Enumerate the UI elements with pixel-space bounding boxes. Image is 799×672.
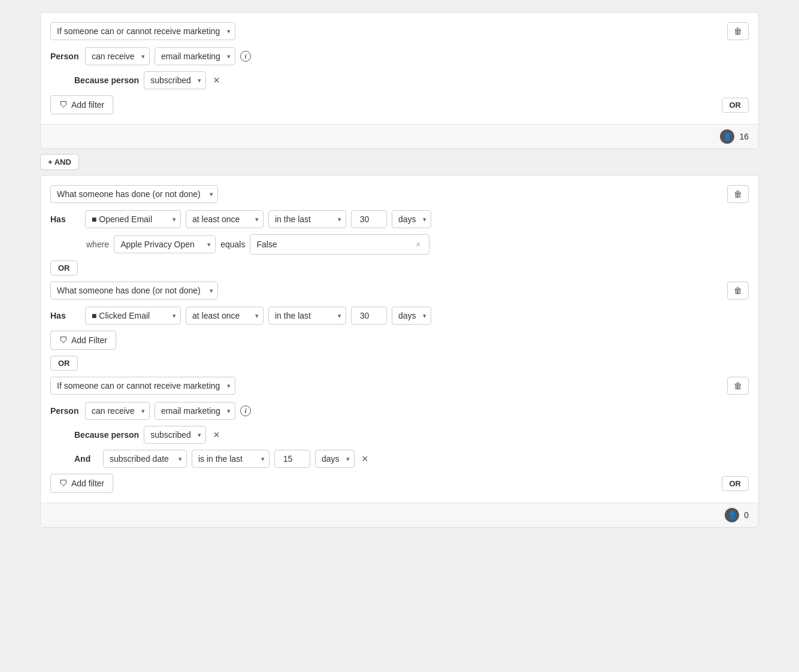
block4-and-label: And bbox=[74, 454, 98, 464]
block4-add-filter-button[interactable]: ⛉ Add filter bbox=[50, 474, 113, 493]
block1-email-marketing-select[interactable]: email marketing bbox=[155, 47, 235, 65]
block2-action-select[interactable]: ■ Opened Email bbox=[85, 210, 181, 228]
block3-frequency-select[interactable]: at least once bbox=[186, 307, 264, 325]
block2-delete-button[interactable]: 🗑 bbox=[727, 185, 749, 203]
or-button-1[interactable]: OR bbox=[50, 261, 78, 276]
block3-add-filter-label: Add Filter bbox=[71, 335, 107, 345]
filter-icon-1: ⛉ bbox=[59, 100, 68, 110]
block3-add-filter-row: ⛉ Add Filter bbox=[50, 331, 749, 350]
block1-can-receive-select[interactable]: can receive bbox=[85, 47, 150, 65]
block2-action-wrapper[interactable]: ■ Opened Email bbox=[85, 210, 181, 228]
block4-remove-and-button[interactable]: × bbox=[359, 452, 371, 465]
block4-remove-because-button[interactable]: × bbox=[211, 428, 222, 441]
block1-add-filter-button[interactable]: ⛉ Add filter bbox=[50, 95, 113, 114]
and-connector: + AND bbox=[40, 154, 759, 170]
block2-time-wrapper[interactable]: in the last bbox=[268, 210, 346, 228]
block4-email-marketing-wrapper[interactable]: email marketing bbox=[155, 402, 235, 420]
block2-false-value: False bbox=[256, 240, 277, 249]
block1-because-row: Because person subscribed × bbox=[74, 71, 749, 89]
block2-has-label: Has bbox=[50, 214, 80, 224]
block4-can-receive-select[interactable]: can receive bbox=[85, 402, 150, 420]
block4-can-receive-wrapper[interactable]: can receive bbox=[85, 402, 150, 420]
block4-is-in-last-select[interactable]: is in the last bbox=[192, 450, 270, 468]
block1-subscribed-wrapper[interactable]: subscribed bbox=[144, 71, 206, 89]
block4-info-icon[interactable]: i bbox=[240, 405, 251, 416]
block3-condition-select[interactable]: What someone has done (or not done) bbox=[50, 281, 218, 299]
block2-frequency-wrapper[interactable]: at least once bbox=[186, 210, 264, 228]
block1-can-receive-wrapper[interactable]: can receive bbox=[85, 47, 150, 65]
block2-days-wrapper[interactable]: days bbox=[392, 210, 431, 228]
block2-equals-label: equals bbox=[220, 240, 245, 249]
block3-add-filter-button[interactable]: ⛉ Add Filter bbox=[50, 331, 116, 350]
block1-because-label: Because person bbox=[74, 75, 139, 85]
block3-time-select[interactable]: in the last bbox=[268, 307, 346, 325]
block3-condition-select-wrapper[interactable]: What someone has done (or not done) bbox=[50, 281, 218, 299]
block4-subscribed-date-select[interactable]: subscribed date bbox=[103, 450, 187, 468]
and-button[interactable]: + AND bbox=[40, 154, 79, 170]
block1-add-filter-label: Add filter bbox=[71, 100, 104, 110]
filter-icon-3: ⛉ bbox=[59, 335, 68, 345]
block4-person-label: Person bbox=[50, 406, 80, 416]
block3-delete-button[interactable]: 🗑 bbox=[727, 281, 749, 299]
block3-time-wrapper[interactable]: in the last bbox=[268, 307, 346, 325]
block3-days-wrapper[interactable]: days bbox=[392, 307, 431, 325]
block4-days-input[interactable] bbox=[274, 450, 310, 468]
block2-condition-select-wrapper[interactable]: What someone has done (or not done) bbox=[50, 185, 218, 203]
block2-days-select[interactable]: days bbox=[392, 210, 431, 228]
block2-time-select[interactable]: in the last bbox=[268, 210, 346, 228]
block4-days-select[interactable]: days bbox=[315, 450, 355, 468]
block2-days-input[interactable] bbox=[351, 210, 387, 228]
block1-person-row: Person can receive email marketing i bbox=[50, 47, 749, 65]
block3-frequency-wrapper[interactable]: at least once bbox=[186, 307, 264, 325]
block4-because-row: Because person subscribed × bbox=[74, 426, 749, 444]
block1-delete-button[interactable]: 🗑 bbox=[727, 22, 749, 40]
block1-or-button[interactable]: OR bbox=[722, 98, 749, 113]
block1-count: 16 bbox=[739, 132, 749, 141]
block3-days-input[interactable] bbox=[351, 307, 387, 325]
block2-where-row: where Apple Privacy Open equals False × bbox=[86, 234, 749, 255]
block2-header: What someone has done (or not done) 🗑 bbox=[50, 185, 749, 203]
or-separator-2: OR bbox=[50, 356, 749, 371]
block2-clear-false-button[interactable]: × bbox=[413, 238, 423, 250]
page-wrapper: If someone can or cannot receive marketi… bbox=[40, 12, 759, 528]
block2-property-wrapper[interactable]: Apple Privacy Open bbox=[114, 235, 216, 253]
block3-action-wrapper[interactable]: ■ Clicked Email bbox=[85, 307, 181, 325]
block4-count: 0 bbox=[744, 510, 749, 520]
block1-subscribed-select[interactable]: subscribed bbox=[144, 71, 206, 89]
block4-condition-select-wrapper[interactable]: If someone can or cannot receive marketi… bbox=[50, 377, 235, 395]
block1-info-icon[interactable]: i bbox=[240, 51, 251, 62]
block1-header: If someone can or cannot receive marketi… bbox=[50, 22, 749, 40]
block4-header: If someone can or cannot receive marketi… bbox=[50, 377, 749, 395]
block3-days-select[interactable]: days bbox=[392, 307, 431, 325]
block4-subscribed-select[interactable]: subscribed bbox=[144, 426, 206, 444]
block4-days-wrapper[interactable]: days bbox=[315, 450, 355, 468]
block4-subscribed-wrapper[interactable]: subscribed bbox=[144, 426, 206, 444]
or-button-2[interactable]: OR bbox=[50, 356, 78, 371]
block2-section: What someone has done (or not done) 🗑 Ha… bbox=[50, 185, 749, 255]
block4-condition-select[interactable]: If someone can or cannot receive marketi… bbox=[50, 377, 235, 395]
block4-is-in-last-wrapper[interactable]: is in the last bbox=[192, 450, 270, 468]
block1-person-label: Person bbox=[50, 52, 80, 61]
block4-email-marketing-select[interactable]: email marketing bbox=[155, 402, 235, 420]
block4-add-filter-label: Add filter bbox=[71, 479, 104, 488]
block3-action-select[interactable]: ■ Clicked Email bbox=[85, 307, 181, 325]
block4-subscribed-date-wrapper[interactable]: subscribed date bbox=[103, 450, 187, 468]
or-separator-1: OR bbox=[50, 261, 749, 276]
block1-bottom-bar: 👤 16 bbox=[41, 124, 758, 149]
block1-condition-select[interactable]: If someone can or cannot receive marketi… bbox=[50, 22, 235, 40]
block4-person-row: Person can receive email marketing i bbox=[50, 402, 749, 420]
block4-person-icon: 👤 bbox=[725, 508, 739, 522]
block4-or-button[interactable]: OR bbox=[722, 476, 749, 491]
block3-has-row: Has ■ Clicked Email at least once in t bbox=[50, 307, 749, 325]
block2-has-row: Has ■ Opened Email at least once in th bbox=[50, 210, 749, 228]
block4-because-label: Because person bbox=[74, 430, 139, 440]
block4-delete-button[interactable]: 🗑 bbox=[727, 377, 749, 395]
block2-frequency-select[interactable]: at least once bbox=[186, 210, 264, 228]
block1-email-marketing-wrapper[interactable]: email marketing bbox=[155, 47, 235, 65]
block1-remove-because-button[interactable]: × bbox=[211, 74, 222, 87]
block1-condition-select-wrapper[interactable]: If someone can or cannot receive marketi… bbox=[50, 22, 235, 40]
block3-has-label: Has bbox=[50, 311, 80, 320]
or-group: What someone has done (or not done) 🗑 Ha… bbox=[40, 175, 759, 528]
block2-condition-select[interactable]: What someone has done (or not done) bbox=[50, 185, 218, 203]
block2-property-select[interactable]: Apple Privacy Open bbox=[114, 235, 216, 253]
